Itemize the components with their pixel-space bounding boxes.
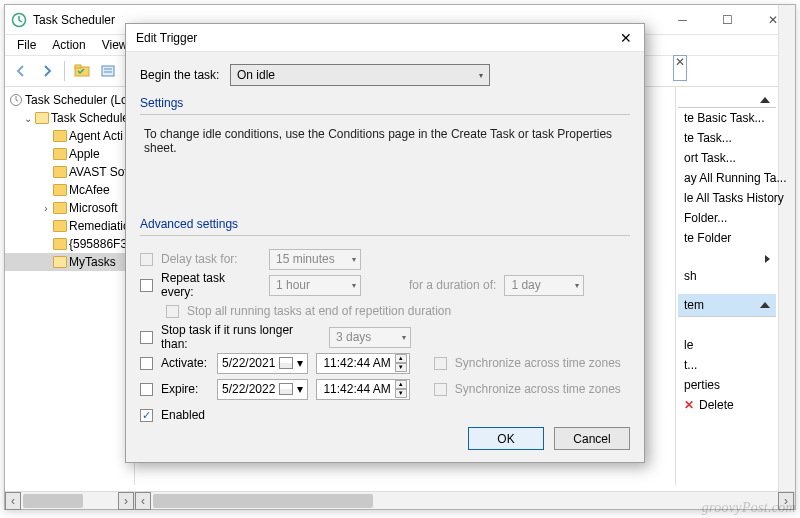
tree-item[interactable]: Agent Acti <box>5 127 134 145</box>
tree-lib-label: Task Scheduler <box>51 111 133 125</box>
delay-label: Delay task for: <box>161 252 261 266</box>
dialog-titlebar: Edit Trigger ✕ <box>126 24 644 52</box>
stop-repeat-checkbox <box>166 305 179 318</box>
collapse-icon[interactable] <box>760 97 770 103</box>
submenu-indicator <box>678 252 776 266</box>
action-item[interactable]: le <box>678 335 776 355</box>
settings-group-label: Settings <box>140 96 630 110</box>
app-icon <box>11 12 27 28</box>
collapse-icon[interactable] <box>760 302 770 308</box>
action-label: Delete <box>699 398 734 412</box>
activate-time-picker[interactable]: 11:42:44 AM▲▼ <box>316 353 409 374</box>
tree-item[interactable]: {595886F3- <box>5 235 134 253</box>
folder-icon <box>53 184 67 196</box>
stop-if-value: 3 days <box>336 330 371 344</box>
tree-item-label: Agent Acti <box>69 129 123 143</box>
chevron-down-icon: ▾ <box>402 333 406 342</box>
sync-label: Synchronize across time zones <box>455 382 621 396</box>
menu-action[interactable]: Action <box>46 37 91 53</box>
action-delete[interactable]: ✕Delete <box>678 395 776 415</box>
action-item[interactable]: perties <box>678 375 776 395</box>
forward-icon[interactable] <box>35 59 59 83</box>
tree-item-label: Microsoft <box>69 201 118 215</box>
tree-item-label: AVAST Soft <box>69 165 131 179</box>
stop-if-select[interactable]: 3 days▾ <box>329 327 411 348</box>
tree-item[interactable]: Remediatio <box>5 217 134 235</box>
repeat-checkbox[interactable] <box>140 279 153 292</box>
enabled-checkbox[interactable] <box>140 409 153 422</box>
actions-section[interactable]: tem <box>678 294 776 317</box>
ok-button[interactable]: OK <box>468 427 544 450</box>
stop-if-checkbox[interactable] <box>140 331 153 344</box>
properties-icon[interactable] <box>96 59 120 83</box>
action-label: perties <box>684 378 720 392</box>
action-label: t... <box>684 358 697 372</box>
action-item[interactable]: t... <box>678 355 776 375</box>
actions-section-label: tem <box>684 298 704 312</box>
tree-item[interactable]: ›Microsoft <box>5 199 134 217</box>
action-item[interactable]: te Folder <box>678 228 776 248</box>
action-item[interactable]: le All Tasks History <box>678 188 776 208</box>
clock-icon <box>9 93 23 107</box>
close-icon[interactable]: ✕ <box>673 55 687 69</box>
tree-item[interactable]: AVAST Soft <box>5 163 134 181</box>
tree-library[interactable]: ⌄ Task Scheduler <box>5 109 134 127</box>
folder-icon <box>53 202 67 214</box>
folder-icon <box>53 256 67 268</box>
minimize-button[interactable]: ─ <box>660 5 705 35</box>
begin-task-select[interactable]: On idle ▾ <box>230 64 490 86</box>
stop-if-label: Stop task if it runs longer than: <box>161 323 321 351</box>
action-label: sh <box>684 269 697 283</box>
tree-item-label: Apple <box>69 147 100 161</box>
spin-buttons[interactable]: ▲▼ <box>395 380 407 398</box>
hscrollbar[interactable]: ‹› <box>135 492 795 509</box>
tree-item[interactable]: McAfee <box>5 181 134 199</box>
bottom-scroll: ‹› ‹› <box>5 491 795 509</box>
activate-time: 11:42:44 AM <box>323 356 390 370</box>
activate-date-picker[interactable]: 5/22/2021▾ <box>217 353 308 374</box>
action-item[interactable]: ort Task... <box>678 148 776 168</box>
action-item[interactable]: te Task... <box>678 128 776 148</box>
expand-icon[interactable]: › <box>41 203 51 214</box>
edit-trigger-dialog: Edit Trigger ✕ Begin the task: On idle ▾… <box>125 23 645 463</box>
chevron-down-icon: ▾ <box>297 382 303 396</box>
repeat-select[interactable]: 1 hour▾ <box>269 275 361 296</box>
action-label: te Basic Task... <box>684 111 764 125</box>
enabled-label: Enabled <box>161 408 205 422</box>
menu-file[interactable]: File <box>11 37 42 53</box>
repeat-label: Repeat task every: <box>161 271 261 299</box>
action-label: Folder... <box>684 211 727 225</box>
actions-pane: te Basic Task... te Task... ort Task... … <box>675 87 795 485</box>
action-item[interactable]: ay All Running Ta... <box>678 168 776 188</box>
folder-icon <box>53 166 67 178</box>
hscrollbar[interactable]: ‹› <box>5 492 135 509</box>
back-icon[interactable] <box>9 59 33 83</box>
tree-root[interactable]: Task Scheduler (Lo <box>5 91 134 109</box>
folder-icon <box>53 130 67 142</box>
folder-icon[interactable] <box>70 59 94 83</box>
expire-label: Expire: <box>161 382 209 396</box>
spin-buttons[interactable]: ▲▼ <box>395 354 407 372</box>
collapse-icon[interactable]: ⌄ <box>23 113 33 124</box>
action-item[interactable]: Folder... <box>678 208 776 228</box>
svg-rect-3 <box>102 66 114 76</box>
cancel-button[interactable]: Cancel <box>554 427 630 450</box>
tree-item-selected[interactable]: MyTasks <box>5 253 134 271</box>
maximize-button[interactable]: ☐ <box>705 5 750 35</box>
sync-expire-checkbox <box>434 383 447 396</box>
cancel-label: Cancel <box>573 432 610 446</box>
chevron-down-icon: ▾ <box>352 281 356 290</box>
dialog-close-button[interactable]: ✕ <box>608 24 644 52</box>
activate-checkbox[interactable] <box>140 357 153 370</box>
expire-checkbox[interactable] <box>140 383 153 396</box>
begin-task-label: Begin the task: <box>140 68 220 82</box>
action-label: te Folder <box>684 231 731 245</box>
tree-item-label: Remediatio <box>69 219 130 233</box>
action-item[interactable]: sh <box>678 266 776 286</box>
expire-time-picker[interactable]: 11:42:44 AM▲▼ <box>316 379 409 400</box>
tree-item[interactable]: Apple <box>5 145 134 163</box>
delete-icon: ✕ <box>684 398 694 412</box>
action-item[interactable]: te Basic Task... <box>678 108 776 128</box>
expire-date-picker[interactable]: 5/22/2022▾ <box>217 379 308 400</box>
svg-rect-2 <box>75 65 81 68</box>
